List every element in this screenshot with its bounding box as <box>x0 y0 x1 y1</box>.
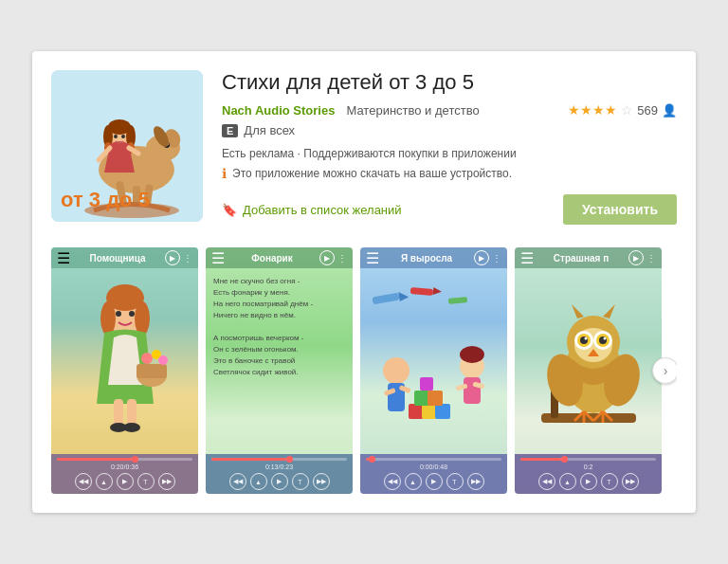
ss2-play-icon: ▶ <box>319 250 335 265</box>
screenshot-2: ☰ Фонарик ▶ ⋮ Мне не скучно без огня -Ес… <box>206 247 353 494</box>
svg-rect-40 <box>447 297 466 304</box>
svg-point-41 <box>383 357 410 384</box>
ss2-time: 0:13/0:23 <box>211 464 347 470</box>
ss2-title: Фонарик <box>251 253 293 264</box>
app-category: Материнство и детство <box>346 103 479 118</box>
chevron-right-icon: › <box>664 363 668 378</box>
ss4-up-btn[interactable]: ▲ <box>559 473 576 490</box>
rating-half: ☆ <box>621 102 633 118</box>
svg-point-24 <box>135 301 150 336</box>
ss4-play-btn[interactable]: ▶ <box>580 473 597 490</box>
screenshot-4: ☰ Страшная п ▶ ⋮ <box>515 247 662 494</box>
svg-point-25 <box>116 311 121 317</box>
svg-marker-62 <box>603 304 615 318</box>
app-icon-label: от 3 до 5 <box>61 188 150 212</box>
svg-point-52 <box>460 346 484 363</box>
ss3-t-btn[interactable]: T <box>446 473 464 490</box>
ss1-body <box>51 268 198 454</box>
ss3-ff-btn[interactable]: ▶▶ <box>467 473 484 490</box>
ss1-menu-icon: ⋮ <box>183 253 192 264</box>
ss1-title: Помощница <box>90 253 146 264</box>
ss4-title: Страшная п <box>554 253 609 264</box>
ss2-poem-text: Мне не скучно без огня -Есть фонарик у м… <box>206 268 320 386</box>
ss1-t-btn[interactable]: T <box>137 473 155 490</box>
wishlist-button[interactable]: 🔖 Добавить в список желаний <box>222 203 402 217</box>
app-header: от 3 до 5 Стихи для детей от 3 до 5 Nach… <box>51 70 677 225</box>
ss3-controls: ▶ ⋮ <box>474 250 501 265</box>
install-button[interactable]: Установить <box>563 194 677 225</box>
ss4-play-icon: ▶ <box>628 250 644 265</box>
ss1-hamburger-icon: ☰ <box>57 249 70 267</box>
ss4-progress-bar <box>520 458 656 461</box>
ss4-ff-btn[interactable]: ▶▶ <box>622 473 639 490</box>
ss1-time: 0:20/0:36 <box>57 464 192 470</box>
ss3-rewind-btn[interactable]: ◀◀ <box>384 473 401 490</box>
svg-point-35 <box>123 423 140 432</box>
rating-row: ★★★★ ☆ 569 👤 <box>568 102 677 118</box>
ss3-controls-row: ◀◀ ▲ ▶ T ▶▶ <box>366 473 501 490</box>
svg-rect-50 <box>420 377 433 391</box>
svg-point-26 <box>129 311 135 317</box>
ss3-title: Я выросла <box>401 253 452 264</box>
screenshots-section: ☰ Помощница ▶ ⋮ <box>51 247 677 494</box>
ss2-play-btn[interactable]: ▶ <box>271 473 288 490</box>
ss2-menu-icon: ⋮ <box>337 253 347 264</box>
ss4-body <box>515 268 662 454</box>
screenshots-row: ☰ Помощница ▶ ⋮ <box>51 247 677 494</box>
app-card: от 3 до 5 Стихи для детей от 3 до 5 Nach… <box>32 51 696 513</box>
svg-rect-45 <box>409 404 424 419</box>
ss2-progress-bar <box>211 458 347 461</box>
ss1-ff-btn[interactable]: ▶▶ <box>158 473 175 490</box>
svg-marker-61 <box>572 304 584 318</box>
ss4-footer: 0:2 ◀◀ ▲ ▶ T ▶▶ <box>515 454 662 494</box>
ss4-menu-icon: ⋮ <box>646 253 656 264</box>
ss2-controls-row: ◀◀ ▲ ▶ T ▶▶ <box>211 473 347 490</box>
ss2-ff-btn[interactable]: ▶▶ <box>313 473 330 490</box>
ss2-up-btn[interactable]: ▲ <box>250 473 267 490</box>
screenshot-1: ☰ Помощница ▶ ⋮ <box>51 247 198 494</box>
ss3-up-btn[interactable]: ▲ <box>405 473 422 490</box>
svg-rect-36 <box>372 293 399 305</box>
ss2-body: Мне не скучно без огня -Есть фонарик у м… <box>206 268 353 454</box>
ss2-t-btn[interactable]: T <box>292 473 309 490</box>
wishlist-label: Добавить в список желаний <box>243 203 402 217</box>
rating-stars: ★★★★ <box>568 102 617 118</box>
age-badge-row: E Для всех <box>222 123 677 137</box>
app-title: Стихи для детей от 3 до 5 <box>222 70 677 95</box>
ss4-rewind-btn[interactable]: ◀◀ <box>538 473 555 490</box>
user-icon: 👤 <box>662 103 677 118</box>
ss2-hamburger-icon: ☰ <box>211 249 225 267</box>
ss1-up-btn[interactable]: ▲ <box>96 473 113 490</box>
ss3-play-btn[interactable]: ▶ <box>426 473 443 490</box>
download-info: ℹ Это приложение можно скачать на ваше у… <box>222 166 677 181</box>
ss4-hamburger-icon: ☰ <box>520 249 534 267</box>
svg-point-23 <box>100 301 116 336</box>
ss2-header: ☰ Фонарик ▶ ⋮ <box>206 247 353 268</box>
age-badge: E <box>222 124 238 137</box>
next-arrow[interactable]: › <box>652 357 677 384</box>
ss1-rewind-btn[interactable]: ◀◀ <box>75 473 92 490</box>
svg-rect-53 <box>464 377 481 404</box>
svg-marker-37 <box>398 290 410 301</box>
app-meta-row: Nach Audio Stories Материнство и детство… <box>222 102 677 118</box>
ss4-controls-row: ◀◀ ▲ ▶ T ▶▶ <box>520 473 656 490</box>
ss3-header: ☰ Я выросла ▶ ⋮ <box>360 247 507 268</box>
screenshot-3: ☰ Я выросла ▶ ⋮ <box>360 247 507 494</box>
svg-rect-38 <box>410 287 433 296</box>
ss4-t-btn[interactable]: T <box>601 473 618 490</box>
info-icon: ℹ <box>222 166 227 181</box>
ss2-controls: ▶ ⋮ <box>319 250 347 265</box>
ads-info: Есть реклама · Поддерживаются покупки в … <box>222 147 677 160</box>
ss2-footer: 0:13/0:23 ◀◀ ▲ ▶ T ▶▶ <box>206 454 353 494</box>
svg-rect-28 <box>136 364 167 378</box>
download-text: Это приложение можно скачать на ваше уст… <box>232 167 512 180</box>
svg-point-17 <box>114 135 118 138</box>
ss1-play-btn[interactable]: ▶ <box>117 473 134 490</box>
ss1-header: ☰ Помощница ▶ ⋮ <box>51 247 198 268</box>
svg-point-70 <box>584 337 587 340</box>
ss4-header: ☰ Страшная п ▶ ⋮ <box>515 247 662 268</box>
ss2-rewind-btn[interactable]: ◀◀ <box>229 473 246 490</box>
svg-point-71 <box>603 337 606 340</box>
ss1-controls-row: ◀◀ ▲ ▶ T ▶▶ <box>57 473 192 490</box>
svg-rect-49 <box>428 391 443 406</box>
